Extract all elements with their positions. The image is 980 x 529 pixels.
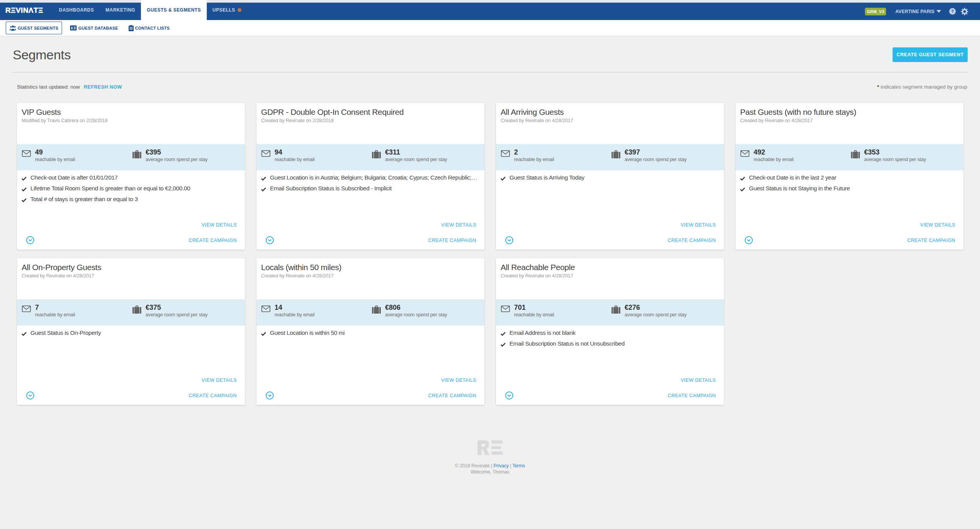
svg-text:?: ? — [951, 9, 954, 14]
